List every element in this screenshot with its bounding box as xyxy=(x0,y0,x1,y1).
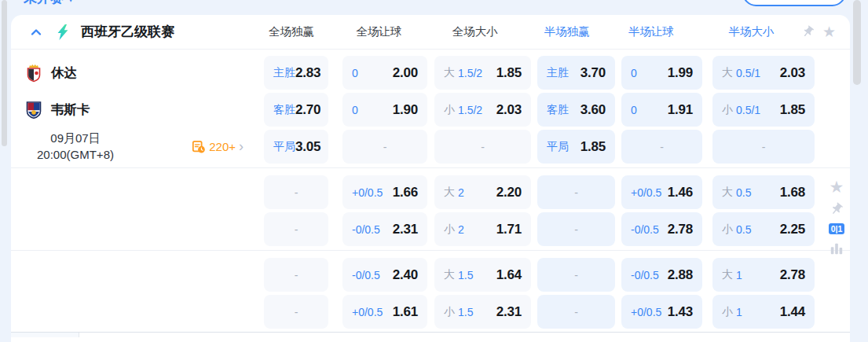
column-header-ft-win: 全场独赢 xyxy=(260,24,324,39)
column-header-ht-overunder: 半场大小 xyxy=(701,24,801,39)
more-odds-link[interactable]: 220+ › xyxy=(192,140,244,154)
odds-cell-empty: - xyxy=(264,258,328,292)
odds-cell[interactable]: 大 1.5 1.64 xyxy=(434,258,531,292)
league-logo-icon xyxy=(54,24,71,41)
odds-cell[interactable]: 主胜 2.83 xyxy=(264,56,328,90)
away-team[interactable]: 韦斯卡 xyxy=(24,101,259,120)
odds-label: +0/0.5 xyxy=(631,306,661,318)
odds-label: 大 xyxy=(722,66,733,80)
top-clipped-dropdown[interactable]: 未开赛 ▾ xyxy=(24,0,74,7)
odds-label: 大 xyxy=(444,66,455,80)
odds-cell[interactable]: 小 1.5/2 2.03 xyxy=(434,93,531,127)
odds-line: 1.5 xyxy=(458,269,473,281)
odds-label: 小 xyxy=(444,103,455,117)
odds-label: 客胜 xyxy=(547,103,569,117)
odds-line: 0.5/1 xyxy=(736,67,760,79)
odds-cell[interactable]: 小 1.5 2.31 xyxy=(434,295,531,329)
match-datetime: 09月07日 20:00(GMT+8) xyxy=(24,131,127,163)
odds-cell[interactable]: 大 0.5 1.68 xyxy=(712,175,815,209)
home-team-crest-icon xyxy=(25,64,42,83)
odds-label: 小 xyxy=(722,222,733,237)
odds-cell[interactable]: 0 2.00 xyxy=(342,56,427,90)
odds-cell-empty: - xyxy=(537,212,615,246)
odds-line: 1.5 xyxy=(458,306,473,318)
odds-value: 1.64 xyxy=(496,267,522,283)
match-tools: ★ 0|1 xyxy=(825,178,848,256)
odds-cell[interactable]: 0 1.91 xyxy=(621,93,702,127)
pin-icon[interactable] xyxy=(799,23,818,42)
odds-cell-empty: - xyxy=(264,295,328,329)
odds-value: 2.88 xyxy=(668,267,693,283)
star-icon[interactable]: ★ xyxy=(822,24,836,39)
odds-rows: 休达 主胜 2.83 0 2.00 大 1.5/2 1.85 主胜 3.70 xyxy=(11,50,850,337)
odds-cell[interactable]: 小 1 1.44 xyxy=(712,295,815,329)
odds-cell[interactable]: +0/0.5 1.66 xyxy=(342,175,427,209)
odds-cell[interactable]: -0/0.5 2.31 xyxy=(342,212,427,246)
odds-cell-empty: - xyxy=(342,130,427,164)
odds-line: 1.5/2 xyxy=(458,104,482,116)
odds-cell[interactable]: -0/0.5 2.78 xyxy=(621,212,702,246)
odds-cell[interactable]: +0/0.5 1.43 xyxy=(621,295,702,329)
odds-cell[interactable]: 大 0.5/1 2.03 xyxy=(712,56,815,90)
odds-cell[interactable]: 大 1.5/2 1.85 xyxy=(434,56,531,90)
odds-cell[interactable]: 0 1.90 xyxy=(342,93,427,127)
away-team-name: 韦斯卡 xyxy=(51,101,90,119)
odds-line: 2 xyxy=(458,186,464,199)
pin-icon[interactable] xyxy=(826,199,846,219)
league-header-row: 西班牙乙级联赛 全场独赢 全场让球 全场大小 半场独赢 半场让球 半场大小 ★ xyxy=(11,15,850,50)
odds-cell[interactable]: +0/0.5 1.46 xyxy=(621,175,702,209)
odds-value: 1.85 xyxy=(780,102,805,118)
next-section-vline xyxy=(79,333,79,337)
top-right-button[interactable] xyxy=(742,0,846,6)
odds-cell[interactable]: 客胜 3.60 xyxy=(537,93,615,127)
odds-cell[interactable]: +0/0.5 1.61 xyxy=(342,295,427,329)
odds-cell[interactable]: -0/0.5 2.40 xyxy=(342,258,427,292)
odds-cell[interactable]: 大 1 2.78 xyxy=(712,258,815,292)
odds-count-icon xyxy=(192,140,206,154)
odds-label: -0/0.5 xyxy=(352,223,380,236)
odds-value: 1.99 xyxy=(668,65,693,81)
next-section-edge xyxy=(11,333,850,337)
odds-line: 1 xyxy=(736,269,742,281)
odds-cell[interactable]: 0 1.99 xyxy=(621,56,702,90)
odds-cell-empty: - xyxy=(537,295,615,329)
match-time: 20:00(GMT+8) xyxy=(24,147,127,163)
odds-value: 2.03 xyxy=(496,102,522,118)
odds-row-away: 韦斯卡 客胜 2.70 0 1.90 小 1.5/2 2.03 客胜 3.6 xyxy=(24,93,837,127)
odds-value: 2.70 xyxy=(295,102,320,118)
odds-dash: - xyxy=(481,141,485,153)
odds-value: 2.03 xyxy=(780,65,805,81)
odds-value: 2.78 xyxy=(668,222,693,237)
favorite-star-icon[interactable]: ★ xyxy=(830,178,844,195)
odds-cell[interactable]: 平局 1.85 xyxy=(537,130,615,164)
odds-line: 0.5 xyxy=(736,186,751,199)
away-team-crest-icon xyxy=(25,101,42,120)
home-team[interactable]: 休达 xyxy=(24,64,259,83)
odds-cell[interactable]: 小 0.5/1 1.85 xyxy=(712,93,815,127)
odds-row: - -0/0.5 2.31 小 2 1.71 - -0/0.5 2.78 xyxy=(24,212,837,246)
odds-cell[interactable]: 大 2 2.20 xyxy=(434,175,531,209)
odds-cell[interactable]: 小 0.5 2.25 xyxy=(712,212,815,246)
odds-value: 2.83 xyxy=(295,65,320,81)
odds-cell[interactable]: 平局 3.05 xyxy=(264,130,328,164)
odds-label: 大 xyxy=(722,268,733,282)
left-scrollbar-thumb[interactable] xyxy=(2,0,7,146)
odds-dash: - xyxy=(762,141,766,153)
odds-cell[interactable]: 客胜 2.70 xyxy=(264,93,328,127)
odds-line: 2 xyxy=(458,223,464,236)
odds-cell[interactable]: -0/0.5 2.88 xyxy=(621,258,702,292)
odds-value: 3.05 xyxy=(295,139,320,155)
odds-label: 0 xyxy=(352,67,358,79)
odds-cell-empty: - xyxy=(537,175,615,209)
right-scrollbar-thumb[interactable] xyxy=(853,0,861,85)
odds-cell[interactable]: 主胜 3.70 xyxy=(537,56,615,90)
odds-label: 主胜 xyxy=(273,66,295,80)
stats-chart-icon[interactable] xyxy=(830,241,844,256)
odds-label: 大 xyxy=(444,268,455,282)
odds-line: 0.5 xyxy=(736,223,751,236)
odds-dash: - xyxy=(383,141,387,153)
odds-cell-empty: - xyxy=(264,212,328,246)
league-header-icons: ★ xyxy=(801,24,837,39)
collapse-chevron-up-icon[interactable] xyxy=(28,24,44,40)
odds-cell[interactable]: 小 2 1.71 xyxy=(434,212,531,246)
